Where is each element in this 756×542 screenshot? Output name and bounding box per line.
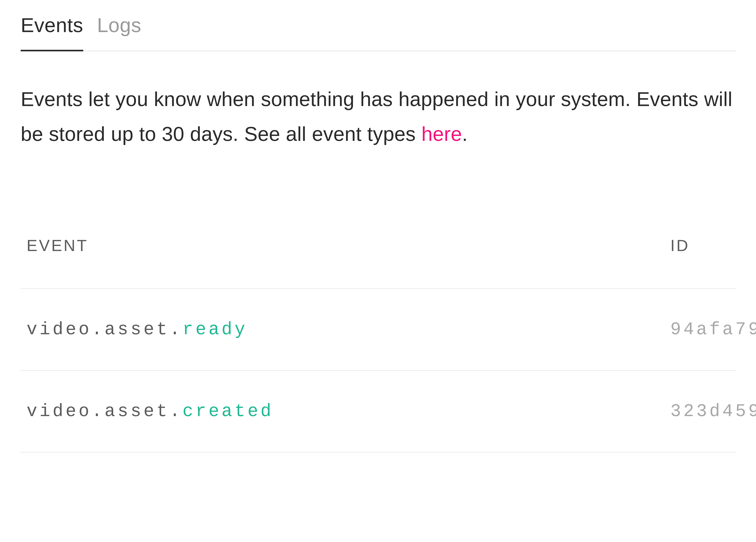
column-header-id: ID <box>670 236 690 255</box>
tab-events[interactable]: Events <box>21 14 83 51</box>
event-types-link[interactable]: here <box>421 123 462 145</box>
event-prefix: video.asset. <box>27 401 183 421</box>
event-id: 94afa79 <box>670 319 756 339</box>
event-name: video.asset.ready <box>27 319 670 339</box>
description-text-before: Events let you know when something has h… <box>21 88 732 145</box>
description-text-after: . <box>462 123 468 145</box>
events-table: EVENT ID video.asset.ready 94afa79 video… <box>21 236 736 453</box>
table-row[interactable]: video.asset.created 323d459 <box>21 371 736 453</box>
event-name: video.asset.created <box>27 401 670 421</box>
table-header: EVENT ID <box>21 236 736 289</box>
column-header-event: EVENT <box>27 236 670 255</box>
events-description: Events let you know when something has h… <box>21 82 736 152</box>
tabs-bar: Events Logs <box>21 14 736 51</box>
event-prefix: video.asset. <box>27 319 183 339</box>
tab-logs[interactable]: Logs <box>97 14 141 51</box>
event-id: 323d459 <box>670 401 756 421</box>
table-row[interactable]: video.asset.ready 94afa79 <box>21 289 736 371</box>
event-action: created <box>183 401 273 421</box>
event-action: ready <box>183 319 247 339</box>
